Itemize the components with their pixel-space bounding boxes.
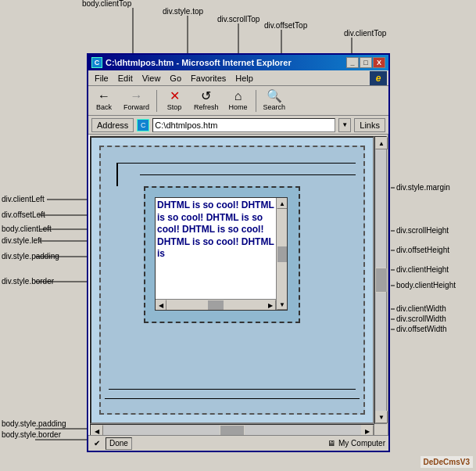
refresh-label: Refresh bbox=[194, 103, 219, 111]
content-text: DHTML is so cool! DHTML is so cool! DHTM… bbox=[157, 200, 274, 297]
scroll-track-v2 bbox=[277, 263, 287, 300]
browser-scroll-track-h2 bbox=[245, 425, 361, 436]
svg-text:div.clientLeft: div.clientLeft bbox=[2, 195, 45, 203]
scroll-thumb-h bbox=[208, 300, 224, 310]
h-measure-ow bbox=[105, 398, 360, 399]
menu-help[interactable]: Help bbox=[231, 73, 258, 84]
scroll-thumb-v bbox=[277, 246, 287, 262]
browser-icon: C bbox=[91, 57, 102, 68]
h-line-top bbox=[140, 174, 356, 175]
div-scrollbar-v: ▲ ▼ bbox=[276, 198, 287, 310]
forward-icon: → bbox=[131, 90, 143, 102]
search-icon: 🔍 bbox=[267, 90, 282, 102]
back-label: Back bbox=[96, 103, 112, 111]
back-icon: ← bbox=[98, 90, 110, 102]
svg-text:div.style.border: div.style.border bbox=[2, 277, 55, 286]
forward-label: Forward bbox=[123, 103, 149, 111]
stop-button[interactable]: ✕ Stop bbox=[160, 88, 188, 114]
title-bar-buttons: _ □ X bbox=[346, 57, 385, 68]
ie-logo: e bbox=[370, 71, 387, 85]
scroll-down-btn[interactable]: ▼ bbox=[277, 299, 288, 310]
h-measure-top bbox=[116, 163, 356, 164]
svg-text:div.scrollTop: div.scrollTop bbox=[217, 15, 260, 23]
back-button[interactable]: ← Back bbox=[90, 88, 118, 114]
div-inner: ▲ ▼ ◀ bbox=[155, 197, 288, 311]
links-button[interactable]: Links bbox=[354, 118, 385, 132]
menu-edit[interactable]: Edit bbox=[113, 73, 138, 84]
menu-file[interactable]: File bbox=[90, 73, 113, 84]
svg-text:div.offsetTop: div.offsetTop bbox=[264, 21, 308, 30]
svg-text:body.style.border: body.style.border bbox=[2, 430, 62, 439]
browser-scroll-down[interactable]: ▼ bbox=[375, 411, 388, 423]
address-label: Address bbox=[91, 118, 134, 132]
minimize-button[interactable]: _ bbox=[346, 57, 359, 68]
search-label: Search bbox=[263, 103, 286, 111]
svg-text:div.style.margin: div.style.margin bbox=[396, 183, 450, 192]
status-right: 🖥 My Computer bbox=[327, 439, 385, 448]
browser-scroll-track-v bbox=[375, 149, 386, 268]
menu-view[interactable]: View bbox=[138, 73, 166, 84]
browser-scrollbar-v: ▲ ▼ bbox=[374, 136, 387, 424]
svg-text:div.style.top: div.style.top bbox=[163, 7, 203, 16]
content-area: ▲ ▼ ◀ bbox=[90, 136, 374, 424]
svg-text:div.offsetWidth: div.offsetWidth bbox=[396, 325, 447, 333]
svg-text:body.style.padding: body.style.padding bbox=[2, 419, 66, 428]
svg-text:div.scrollWidth: div.scrollWidth bbox=[396, 315, 446, 323]
svg-text:div.style.padding: div.style.padding bbox=[2, 252, 59, 261]
browser-scroll-up[interactable]: ▲ bbox=[375, 137, 388, 149]
menu-favorites[interactable]: Favorites bbox=[186, 73, 231, 84]
svg-text:body.clientHeight: body.clientHeight bbox=[396, 281, 456, 289]
maximize-button[interactable]: □ bbox=[360, 57, 372, 68]
scroll-track-h2 bbox=[224, 300, 265, 310]
scroll-track-v bbox=[277, 209, 287, 246]
home-label: Home bbox=[229, 103, 248, 111]
scroll-track-h bbox=[166, 300, 207, 310]
div-scrollbar-h: ◀ ▶ bbox=[156, 299, 276, 310]
browser-scroll-track-h bbox=[103, 425, 220, 436]
browser-scroll-track-v2 bbox=[375, 293, 386, 411]
svg-text:div.clientHeight: div.clientHeight bbox=[396, 265, 449, 274]
scroll-right-btn[interactable]: ▶ bbox=[265, 300, 276, 311]
done-icon: ✔ bbox=[91, 438, 102, 449]
toolbar: ← Back → Forward ✕ Stop ↺ Refresh ⌂ Home bbox=[88, 86, 388, 116]
svg-text:body.clientLeft: body.clientLeft bbox=[2, 225, 52, 233]
body-area: ▲ ▼ ◀ bbox=[99, 146, 365, 415]
browser-scroll-thumb-v bbox=[376, 268, 387, 292]
toolbar-separator-1 bbox=[156, 90, 157, 112]
diagram-container: body.clientTop div.style.top div.scrollT… bbox=[0, 0, 476, 471]
refresh-icon: ↺ bbox=[201, 90, 211, 102]
home-button[interactable]: ⌂ Home bbox=[224, 88, 252, 114]
menu-bar: File Edit View Go Favorites Help e bbox=[88, 70, 388, 86]
svg-text:div.clientWidth: div.clientWidth bbox=[396, 304, 446, 313]
address-dropdown[interactable]: ▼ bbox=[338, 118, 351, 132]
window-title: C:\dhtmlpos.htm - Microsoft Internet Exp… bbox=[106, 58, 292, 67]
svg-text:div.offsetHeight: div.offsetHeight bbox=[396, 246, 449, 254]
stop-icon: ✕ bbox=[170, 90, 180, 102]
div-box: ▲ ▼ ◀ bbox=[144, 186, 300, 323]
toolbar-separator-2 bbox=[256, 90, 256, 112]
status-done: Done bbox=[106, 437, 132, 450]
close-button[interactable]: X bbox=[373, 57, 385, 68]
address-input[interactable] bbox=[152, 118, 335, 132]
title-bar-left: C C:\dhtmlpos.htm - Microsoft Internet E… bbox=[91, 57, 292, 68]
refresh-button[interactable]: ↺ Refresh bbox=[190, 88, 223, 114]
forward-button[interactable]: → Forward bbox=[120, 88, 153, 114]
measure-line-1 bbox=[116, 163, 118, 186]
address-bar: Address C ▼ Links bbox=[88, 116, 388, 135]
status-zone: My Computer bbox=[338, 439, 385, 448]
address-icon: C bbox=[137, 119, 149, 131]
home-icon: ⌂ bbox=[234, 90, 242, 102]
title-bar: C C:\dhtmlpos.htm - Microsoft Internet E… bbox=[88, 55, 388, 70]
menu-go[interactable]: Go bbox=[165, 73, 186, 84]
scroll-up-btn[interactable]: ▲ bbox=[277, 198, 288, 209]
browser-window: C C:\dhtmlpos.htm - Microsoft Internet E… bbox=[87, 53, 390, 452]
watermark: DeDeCmsV3 bbox=[421, 456, 473, 468]
search-button[interactable]: 🔍 Search bbox=[259, 88, 290, 114]
svg-text:div.scrollHeight: div.scrollHeight bbox=[396, 226, 449, 235]
svg-text:div.clientTop: div.clientTop bbox=[344, 29, 387, 38]
status-bar: ✔ Done 🖥 My Computer bbox=[88, 435, 388, 451]
computer-icon: 🖥 bbox=[327, 439, 335, 448]
svg-text:div.style.left: div.style.left bbox=[2, 236, 42, 245]
svg-text:body.clientTop: body.clientTop bbox=[82, 0, 132, 8]
scroll-left-btn[interactable]: ◀ bbox=[156, 300, 166, 311]
